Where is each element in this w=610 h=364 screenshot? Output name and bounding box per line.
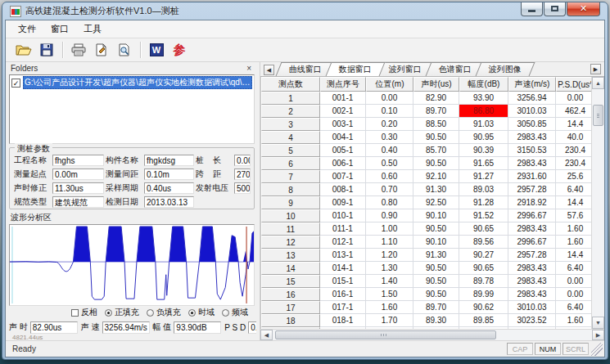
cell-sound-time: 91.30 — [413, 183, 459, 196]
keyboard-indicator: NUM — [535, 343, 561, 355]
table-row[interactable]: 2 002-1 0.10 89.70 86.80 3010.03 462.4 — [261, 105, 591, 118]
cell-index: 13 — [261, 249, 320, 262]
readout-value-input[interactable]: 82.90us — [30, 321, 78, 334]
cell-amplitude: 89.03 — [459, 183, 508, 196]
table-row[interactable]: 5 005-1 0.40 85.70 90.39 3150.53 230.4 — [261, 144, 591, 157]
waveform-chart — [10, 225, 254, 305]
param-label: 采样周期 — [106, 182, 144, 194]
table-row[interactable]: 15 015-1 1.40 90.50 89.78 2983.43 0.00 — [261, 275, 591, 288]
fill-mode-radio[interactable]: 时域 — [188, 307, 215, 318]
param-value-input[interactable]: 0.40us — [144, 182, 194, 194]
param-value-input[interactable]: 2013.03.13 — [144, 196, 194, 208]
param-value-input[interactable]: fhgkdsg — [144, 155, 194, 166]
readout-value-input[interactable]: 93.90dB — [174, 321, 221, 334]
toolbar: W 参 — [6, 38, 604, 62]
scroll-right-icon[interactable]: ▶ — [592, 330, 604, 340]
param-value-input[interactable]: 500V — [234, 182, 251, 194]
window-tab[interactable]: 波列图像 — [476, 62, 535, 76]
export-word-button[interactable]: W — [145, 40, 168, 60]
folder-list-item[interactable]: ✓ G:\公司产品设计开发\超声仪器\超声仪实地检测数据调试\qd\qd03\q… — [11, 77, 252, 88]
minimize-button[interactable] — [521, 2, 543, 16]
table-row[interactable]: 14 014-1 1.30 90.50 90.65 2983.43 6.40 — [261, 262, 591, 275]
tab-scroll-right-button[interactable]: ▶ — [590, 64, 601, 74]
param-value-input[interactable]: 0.00m — [234, 155, 251, 166]
print-button[interactable] — [67, 40, 90, 60]
table-row[interactable]: 18 018-1 1.70 89.30 89.85 3023.52 1.60 — [261, 314, 591, 327]
vertical-scroll-thumb[interactable] — [593, 105, 603, 126]
waveform-plot[interactable] — [9, 224, 255, 306]
param-value-input[interactable]: 0.00m — [52, 169, 104, 180]
table-row[interactable]: 16 016-1 1.50 90.50 89.99 2983.43 0.00 — [261, 288, 591, 301]
table-header-cell[interactable]: 声时(us) — [413, 77, 459, 92]
param-value-input[interactable]: 建筑规范 — [52, 196, 104, 208]
menu-item[interactable]: 窗口 — [43, 20, 76, 38]
cell-position: 1.70 — [366, 314, 413, 327]
cell-position: 0.10 — [366, 105, 413, 118]
param-label: 工程名称 — [14, 155, 52, 166]
table-row[interactable]: 10 010-1 0.90 90.10 91.52 2996.67 57.6 — [261, 209, 591, 222]
fill-mode-radio[interactable]: 正填充 — [105, 307, 139, 318]
param-label: 跨 距 — [196, 169, 234, 180]
table-header-cell[interactable]: 测点数 — [261, 77, 320, 92]
cell-amplitude: 89.85 — [459, 314, 508, 327]
param-field: 测量起点 0.00m — [14, 167, 104, 181]
table-body[interactable]: 1 001-1 0.00 82.90 93.90 3256.94 0.00 2 — [261, 92, 591, 329]
param-value-input[interactable]: fhghs — [52, 155, 104, 166]
table-row[interactable]: 9 009-1 0.80 92.50 91.28 2918.92 14.4 — [261, 196, 591, 209]
table-header-cell[interactable]: 位置(m) — [366, 77, 413, 92]
cell-amplitude: 90.65 — [459, 262, 508, 275]
print-preview-button[interactable] — [113, 40, 136, 60]
table-header-cell[interactable]: 声速(m/s) — [508, 77, 556, 92]
table-row[interactable]: 13 013-1 1.20 91.30 90.27 2957.28 14.4 — [261, 249, 591, 262]
title-bar[interactable]: 高铁建混凝土检测分析软件V1.0—测桩 ✕ — [5, 2, 605, 20]
cell-index: 4 — [261, 131, 320, 144]
table-row[interactable]: 7 007-1 0.60 92.10 91.27 2931.60 25.6 — [261, 170, 591, 183]
table-header-cell[interactable]: 测点序号 — [320, 77, 366, 92]
print-setup-button[interactable] — [90, 40, 113, 60]
readout-value-input[interactable]: 3256.94m/s — [102, 321, 150, 334]
parameters-button[interactable]: 参 — [168, 40, 191, 60]
table-row[interactable]: 4 004-1 0.30 90.50 90.95 2983.43 40.0 — [261, 131, 591, 144]
app-icon — [10, 6, 21, 17]
menu-item[interactable]: 文件 — [11, 20, 43, 38]
save-button[interactable] — [35, 40, 58, 60]
fill-mode-radio[interactable]: 频域 — [222, 307, 248, 318]
maximize-button[interactable] — [544, 2, 566, 16]
scroll-down-icon[interactable]: ▼ — [592, 317, 604, 329]
table-header-cell[interactable]: 幅度(dB) — [459, 77, 508, 92]
scroll-up-icon[interactable]: ▲ — [592, 77, 604, 89]
horizontal-scrollbar[interactable]: ◀ ▶ — [260, 329, 604, 340]
table-row[interactable]: 3 003-1 0.20 88.50 91.03 3050.85 14.4 — [261, 118, 591, 131]
folder-checkbox[interactable]: ✓ — [11, 79, 20, 88]
table-row[interactable]: 1 001-1 0.00 82.90 93.90 3256.94 0.00 — [261, 92, 591, 105]
menu-item[interactable]: 工具 — [76, 20, 109, 38]
table-row[interactable]: 17 017-1 1.60 89.70 90.62 3010.03 6.40 — [261, 301, 591, 314]
window-tab[interactable]: 数据窗口 — [326, 62, 386, 76]
table-row[interactable]: 6 006-1 0.50 90.50 91.65 2983.43 230.4 — [261, 157, 591, 170]
table-header-cell[interactable]: P.S.D(us^ — [556, 77, 595, 92]
cell-sound-time: 92.10 — [413, 170, 459, 183]
param-value-input[interactable]: 11.30us — [52, 182, 104, 194]
tab-scroll-left-button[interactable]: ◀ — [264, 65, 274, 75]
fill-mode-radio[interactable]: 负填充 — [147, 307, 181, 318]
folders-list[interactable]: ✓ G:\公司产品设计开发\超声仪器\超声仪实地检测数据调试\qd\qd03\q… — [9, 74, 255, 144]
table-row[interactable]: 12 012-1 1.10 90.10 89.56 2996.67 1.60 — [261, 236, 591, 249]
vertical-scrollbar[interactable]: ▲ ▼ — [591, 77, 604, 329]
resize-grip[interactable] — [591, 343, 603, 356]
param-label: 测量起点 — [14, 169, 52, 180]
folders-close-icon[interactable]: × — [246, 65, 251, 73]
cell-sound-time: 82.90 — [413, 92, 459, 105]
param-field: 工程名称 fhghs — [14, 153, 104, 167]
horizontal-scroll-thumb[interactable] — [275, 330, 496, 339]
scroll-left-icon[interactable]: ◀ — [260, 330, 273, 340]
param-value-input[interactable]: 0.10m — [144, 169, 194, 180]
close-button[interactable]: ✕ — [567, 2, 600, 16]
cell-position: 0.80 — [366, 196, 413, 209]
cell-sound-time: 90.50 — [413, 262, 459, 275]
cell-psd: 0.00 — [556, 288, 591, 301]
table-row[interactable]: 11 011-1 1.00 90.50 90.65 2983.43 1.60 — [261, 222, 591, 236]
table-row[interactable]: 8 008-1 0.70 91.30 89.03 2957.28 6.40 — [261, 183, 591, 196]
open-file-button[interactable] — [12, 40, 35, 60]
invert-checkbox[interactable]: 反相 — [71, 307, 97, 318]
param-value-input[interactable]: 270mm — [234, 169, 251, 180]
